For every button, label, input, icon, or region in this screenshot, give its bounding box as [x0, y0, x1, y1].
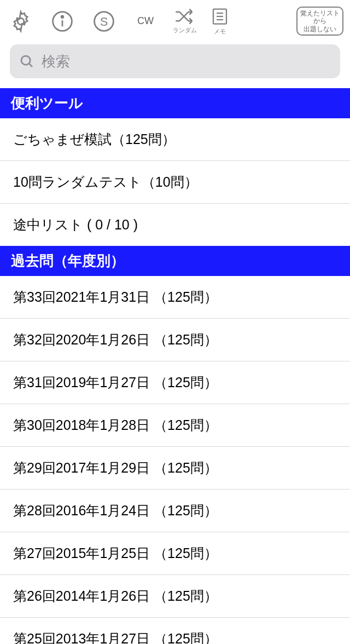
svg-point-3	[61, 15, 63, 18]
s-button[interactable]: S	[90, 7, 118, 36]
memo-icon	[210, 7, 230, 26]
info-icon	[50, 9, 74, 33]
list-item[interactable]: 途中リスト ( 0 / 10 )	[0, 204, 350, 246]
memo-button[interactable]: メモ	[210, 7, 230, 36]
content-sections: 便利ツールごちゃまぜ模試（125問）10問ランダムテスト（10問）途中リスト (…	[0, 88, 350, 644]
list-item[interactable]: 第32回2020年1月26日 （125問）	[0, 319, 350, 361]
list-item[interactable]: 第29回2017年1月29日 （125問）	[0, 447, 350, 490]
section-header: 過去問（年度別）	[0, 246, 350, 276]
list-item[interactable]: 第33回2021年1月31日 （125問）	[0, 276, 350, 319]
cw-label: CW	[137, 15, 154, 27]
settings-button[interactable]	[7, 7, 35, 36]
s-circle-icon: S	[92, 9, 116, 33]
memo-label: メモ	[214, 27, 226, 36]
list-item[interactable]: 第30回2018年1月28日 （125問）	[0, 404, 350, 447]
list-item[interactable]: 第27回2015年1月25日 （125問）	[0, 532, 350, 575]
search-placeholder: 検索	[42, 52, 70, 71]
badge-line-2: から	[300, 17, 340, 25]
list-item[interactable]: 第28回2016年1月24日 （125問）	[0, 490, 350, 532]
section-body: 第33回2021年1月31日 （125問）第32回2020年1月26日 （125…	[0, 276, 350, 644]
svg-point-10	[21, 56, 30, 65]
shuffle-icon	[174, 8, 196, 25]
search-icon	[19, 53, 35, 70]
gear-icon	[9, 9, 33, 33]
search-input[interactable]: 検索	[10, 44, 340, 78]
section-body: ごちゃまぜ模試（125問）10問ランダムテスト（10問）途中リスト ( 0 / …	[0, 118, 350, 246]
svg-text:S: S	[100, 15, 108, 28]
svg-line-11	[29, 64, 32, 67]
list-item[interactable]: ごちゃまぜ模試（125問）	[0, 118, 350, 161]
badge-line-1: 覚えたリスト	[300, 9, 340, 17]
badge-line-3: 出題しない	[300, 25, 340, 33]
info-button[interactable]	[48, 7, 77, 36]
random-button[interactable]: ランダム	[173, 8, 197, 34]
random-label: ランダム	[173, 26, 197, 34]
list-item[interactable]: 10問ランダムテスト（10問）	[0, 161, 350, 204]
search-container: 検索	[0, 40, 350, 88]
toolbar: S CW ランダム メモ 覚えたリスト から 出題しない	[0, 0, 350, 40]
section-header: 便利ツール	[0, 88, 350, 118]
learned-list-toggle[interactable]: 覚えたリスト から 出題しない	[296, 7, 343, 36]
cw-button[interactable]: CW	[131, 7, 160, 36]
list-item[interactable]: 第31回2019年1月27日 （125問）	[0, 361, 350, 404]
list-item[interactable]: 第25回2013年1月27日 （125問）	[0, 618, 350, 644]
list-item[interactable]: 第26回2014年1月26日 （125問）	[0, 575, 350, 618]
